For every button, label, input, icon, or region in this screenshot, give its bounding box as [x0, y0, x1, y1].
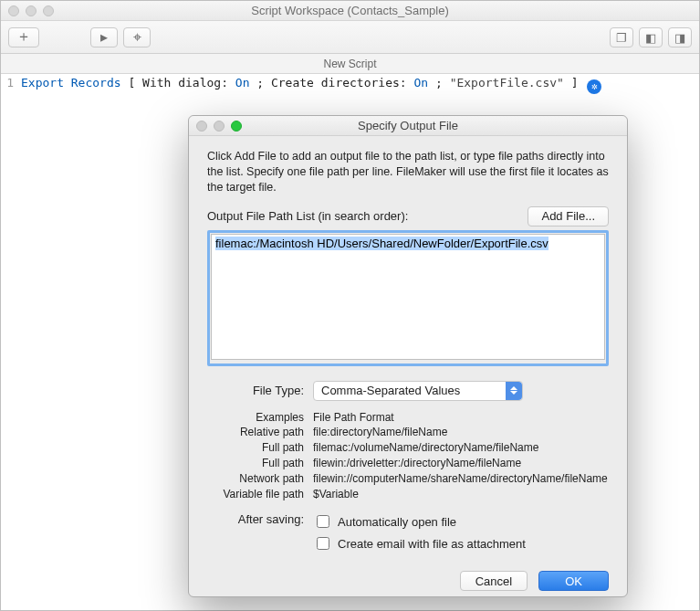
dialog-zoom-icon[interactable]	[231, 121, 242, 132]
script-editor[interactable]: 1 Export Records [ With dialog: On ; Cre…	[1, 74, 699, 96]
with-dialog-value: On	[235, 76, 250, 90]
close-icon[interactable]	[8, 5, 19, 16]
workspace-toolbar: ＋ ▸ ⌖ ❐ ◧ ◨	[1, 21, 699, 54]
full-path-mac-label: Full path	[207, 440, 313, 456]
variable-path-label: Variable file path	[207, 487, 313, 502]
file-type-select[interactable]: Comma-Separated Values	[313, 381, 523, 401]
create-email-label: Create email with file as attachment	[338, 537, 526, 551]
copy-view-button[interactable]: ❐	[610, 27, 633, 47]
create-directories-value: On	[414, 76, 429, 90]
relative-path-value: file:directoryName/fileName	[313, 425, 447, 440]
select-arrows-icon	[506, 382, 522, 400]
script-tab[interactable]: New Script	[323, 58, 376, 70]
dialog-instructions: Click Add File to add an output file to …	[207, 149, 609, 195]
network-path-label: Network path	[207, 471, 313, 487]
full-path-win-value: filewin:/driveletter:/directoryName/file…	[313, 456, 521, 471]
output-file-path-textarea[interactable]	[211, 234, 605, 360]
full-path-win-label: Full path	[207, 456, 313, 471]
examples-header-label: Examples	[207, 410, 313, 426]
file-type-value: Comma-Separated Values	[321, 384, 460, 397]
cancel-button[interactable]: Cancel	[460, 571, 528, 591]
with-dialog-label: With dialog:	[142, 76, 228, 90]
zoom-icon[interactable]	[43, 5, 54, 16]
file-type-label: File Type:	[207, 384, 313, 397]
create-email-row[interactable]: Create email with file as attachment	[313, 534, 526, 553]
path-examples: Examples File Path Format Relative path …	[207, 410, 609, 502]
dialog-minimize-icon[interactable]	[214, 121, 225, 132]
run-script-button[interactable]: ▸	[90, 27, 118, 47]
dialog-titlebar: Specify Output File	[189, 116, 627, 136]
ok-button[interactable]: OK	[538, 571, 609, 591]
new-script-button[interactable]: ＋	[8, 27, 39, 47]
relative-path-label: Relative path	[207, 425, 313, 440]
debug-script-button[interactable]: ⌖	[123, 27, 151, 47]
dialog-title: Specify Output File	[358, 119, 458, 132]
panel-toggle-right-button[interactable]: ◨	[668, 27, 692, 47]
full-path-mac-value: filemac:/volumeName/directoryName/fileNa…	[313, 440, 538, 456]
network-path-value: filewin://computerName/shareName/directo…	[313, 471, 608, 487]
after-saving-label: After saving:	[207, 512, 313, 556]
window-title: Script Workspace (Contacts_Sample)	[251, 4, 449, 17]
auto-open-checkbox[interactable]	[317, 515, 329, 528]
auto-open-label: Automatically open file	[338, 515, 456, 529]
script-workspace-window: Script Workspace (Contacts_Sample) ＋ ▸ ⌖…	[0, 0, 700, 611]
create-email-checkbox[interactable]	[317, 537, 329, 550]
script-step-line[interactable]: Export Records [ With dialog: On ; Creat…	[21, 76, 601, 94]
main-traffic-lights[interactable]	[8, 5, 54, 16]
dialog-close-icon[interactable]	[196, 121, 207, 132]
export-filename: "ExportFile.csv"	[450, 76, 564, 90]
script-step-name: Export Records	[21, 76, 121, 90]
dialog-traffic-lights[interactable]	[196, 121, 242, 132]
create-directories-label: Create directories:	[271, 76, 407, 90]
examples-header-value: File Path Format	[313, 410, 394, 426]
line-number: 1	[6, 76, 21, 94]
specify-output-file-dialog: Specify Output File Click Add File to ad…	[188, 115, 628, 597]
panel-toggle-left-button[interactable]: ◧	[639, 27, 663, 47]
minimize-icon[interactable]	[26, 5, 37, 16]
script-tab-strip: New Script	[1, 54, 699, 74]
main-titlebar: Script Workspace (Contacts_Sample)	[1, 1, 699, 21]
add-file-button[interactable]: Add File...	[528, 206, 609, 226]
path-list-focus-ring	[207, 230, 609, 366]
step-options-gear-icon[interactable]: ✲	[587, 79, 601, 94]
output-path-list-label: Output File Path List (in search order):	[207, 209, 408, 223]
variable-path-value: $Variable	[313, 487, 359, 502]
auto-open-row[interactable]: Automatically open file	[313, 512, 526, 531]
